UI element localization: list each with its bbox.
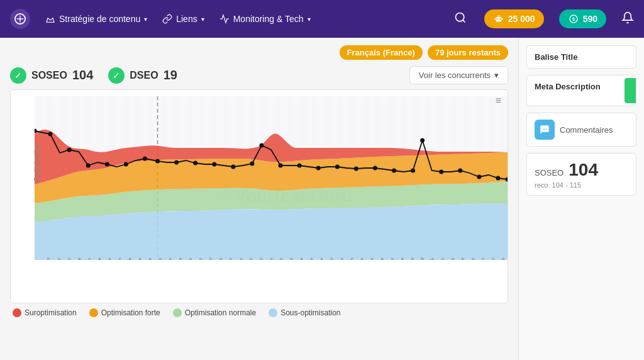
bell-icon bbox=[621, 11, 634, 24]
svg-point-93 bbox=[544, 129, 545, 130]
legend-label-sous: Sous-optimisation bbox=[280, 308, 340, 317]
badges-row: Français (France) 79 jours restants bbox=[10, 45, 508, 60]
center-panel: Français (France) 79 jours restants ✓ SO… bbox=[0, 38, 518, 360]
nav-strategie-chevron: ▾ bbox=[144, 16, 147, 23]
svg-point-31 bbox=[279, 164, 283, 168]
svg-line-2 bbox=[463, 20, 465, 22]
svg-point-32 bbox=[297, 164, 302, 168]
meta-description-card[interactable]: Meta Description bbox=[526, 75, 636, 106]
svg-point-5 bbox=[499, 18, 501, 20]
nav-monitoring[interactable]: Monitoring & Tech ▾ bbox=[219, 14, 311, 24]
days-badge: 79 jours restants bbox=[428, 45, 508, 60]
soseo-right-value: 104 bbox=[569, 160, 598, 180]
coin-icon: $ bbox=[568, 13, 579, 25]
voir-concurrents-label: Voir les concurrents bbox=[419, 70, 491, 80]
legend-dot-sous bbox=[269, 308, 277, 317]
soseo-label: SOSEO bbox=[31, 70, 67, 81]
commentaires-label: Commentaires bbox=[560, 125, 613, 135]
legend-normale: Optimisation normale bbox=[173, 308, 256, 317]
nav-liens-chevron: ▾ bbox=[201, 16, 204, 23]
credits-value: 25 000 bbox=[508, 14, 535, 24]
svg-point-28 bbox=[231, 165, 235, 169]
soseo-right-label: SOSEO bbox=[535, 168, 564, 177]
svg-point-43 bbox=[496, 176, 500, 181]
crown-icon bbox=[45, 14, 55, 24]
logo bbox=[10, 9, 30, 29]
robot-icon bbox=[493, 13, 504, 25]
soseo-reco: reco. 104 - 115 bbox=[535, 181, 628, 189]
svg-point-94 bbox=[546, 129, 547, 130]
svg-point-21 bbox=[105, 162, 109, 167]
svg-point-35 bbox=[354, 167, 358, 171]
soseo-score: ✓ SOSEO 104 bbox=[10, 67, 93, 84]
chart-svg: avec avert couleur couleur look sapin la… bbox=[35, 96, 508, 260]
dseo-label: DSEO bbox=[130, 70, 158, 81]
chat-icon bbox=[539, 124, 550, 135]
svg-rect-3 bbox=[496, 17, 501, 22]
header: Stratégie de contenu ▾ Liens ▾ Monitorin… bbox=[0, 0, 644, 38]
link-icon bbox=[162, 14, 172, 24]
nav-strategie[interactable]: Stratégie de contenu ▾ bbox=[45, 14, 147, 24]
soseo-value: 104 bbox=[72, 68, 93, 82]
dseo-value: 19 bbox=[164, 68, 177, 82]
legend-dot-suropt bbox=[13, 308, 21, 317]
svg-point-92 bbox=[543, 129, 544, 130]
y-axis-label: Optimisation bbox=[33, 143, 40, 182]
coins-button[interactable]: $ 590 bbox=[559, 9, 606, 28]
legend-dot-forte bbox=[89, 308, 98, 317]
svg-point-22 bbox=[124, 162, 128, 167]
meta-desc-label: Meta Description bbox=[535, 82, 628, 91]
svg-point-33 bbox=[316, 166, 321, 171]
nav-monitoring-label: Monitoring & Tech bbox=[233, 14, 304, 24]
svg-point-18 bbox=[48, 132, 53, 137]
concurrents-chevron: ▾ bbox=[494, 70, 499, 80]
legend-dot-normale bbox=[173, 308, 182, 317]
dseo-check: ✓ bbox=[108, 67, 125, 84]
credits-button[interactable]: 25 000 bbox=[484, 9, 544, 28]
svg-point-38 bbox=[411, 169, 415, 173]
soseo-score-card: SOSEO 104 reco. 104 - 115 bbox=[526, 153, 636, 196]
svg-point-19 bbox=[67, 148, 72, 152]
svg-point-39 bbox=[420, 138, 425, 143]
chart-menu-icon[interactable]: ≡ bbox=[496, 95, 501, 106]
legend-label-suropt: Suroptimisation bbox=[25, 308, 77, 317]
right-panel: Balise Title Meta Description Commentair… bbox=[518, 38, 644, 360]
nav-liens-label: Liens bbox=[176, 14, 197, 24]
legend-sous: Sous-optimisation bbox=[269, 308, 340, 317]
balise-title-label: Balise Title bbox=[535, 52, 628, 62]
notification-button[interactable] bbox=[621, 11, 634, 27]
dseo-score: ✓ DSEO 19 bbox=[108, 67, 177, 84]
coins-value: 590 bbox=[583, 14, 597, 24]
svg-point-34 bbox=[335, 165, 340, 169]
language-badge: Français (France) bbox=[340, 45, 423, 60]
green-tab bbox=[625, 78, 636, 103]
svg-point-29 bbox=[250, 162, 254, 166]
chart-container: ≡ ⬡ Yourtext.Guru Optimisation bbox=[10, 89, 508, 303]
main-container: Français (France) 79 jours restants ✓ SO… bbox=[0, 38, 644, 360]
legend-row: Suroptimisation Optimisation forte Optim… bbox=[10, 308, 508, 317]
commentaires-card[interactable]: Commentaires bbox=[526, 113, 636, 147]
svg-point-40 bbox=[439, 170, 443, 174]
balise-title-card[interactable]: Balise Title bbox=[526, 45, 636, 69]
search-button[interactable] bbox=[452, 9, 469, 30]
svg-rect-8 bbox=[494, 18, 496, 20]
svg-point-4 bbox=[496, 18, 497, 20]
pulse-icon bbox=[219, 14, 230, 24]
svg-point-42 bbox=[477, 175, 481, 179]
legend-suroptimisation: Suroptimisation bbox=[13, 308, 77, 317]
score-row: ✓ SOSEO 104 ✓ DSEO 19 Voir les concurren… bbox=[10, 66, 508, 84]
legend-label-normale: Optimisation normale bbox=[185, 308, 256, 317]
svg-point-27 bbox=[212, 162, 216, 167]
svg-point-25 bbox=[174, 160, 179, 165]
svg-point-37 bbox=[392, 169, 396, 173]
svg-point-41 bbox=[458, 169, 462, 173]
voir-concurrents-button[interactable]: Voir les concurrents ▾ bbox=[409, 66, 508, 84]
svg-point-20 bbox=[86, 164, 91, 168]
nav-monitoring-chevron: ▾ bbox=[308, 16, 311, 23]
svg-point-1 bbox=[455, 13, 464, 21]
comment-icon bbox=[535, 120, 555, 140]
svg-point-23 bbox=[143, 157, 147, 161]
search-icon bbox=[454, 11, 467, 24]
nav-liens[interactable]: Liens ▾ bbox=[162, 14, 204, 24]
svg-point-36 bbox=[373, 166, 377, 171]
